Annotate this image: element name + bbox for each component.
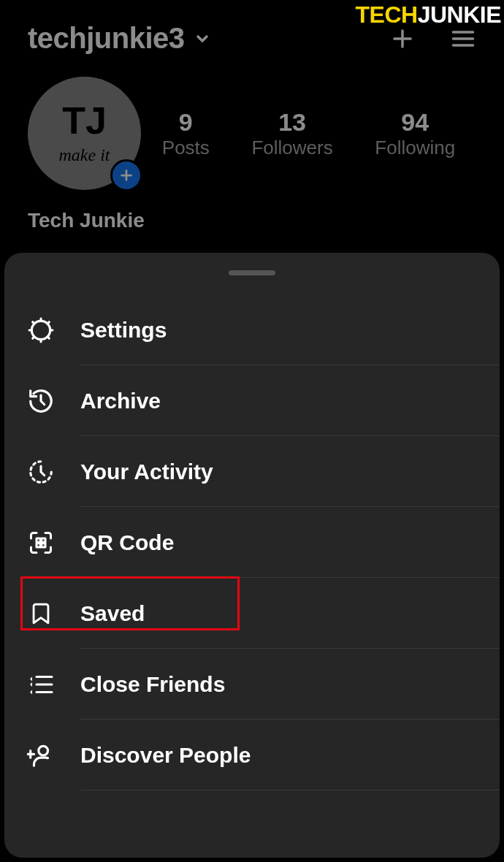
svg-point-18	[39, 746, 48, 755]
svg-rect-9	[42, 538, 45, 542]
create-post-icon[interactable]	[389, 25, 416, 53]
stats-container: 9 Posts 13 Followers 94 Following	[141, 108, 476, 159]
username-label[interactable]: techjunkie3	[28, 22, 185, 55]
stat-following[interactable]: 94 Following	[375, 108, 455, 159]
stat-posts[interactable]: 9 Posts	[162, 108, 210, 159]
menu-item-qr-code[interactable]: QR Code	[4, 507, 500, 578]
menu-label: Settings	[80, 294, 478, 365]
svg-rect-10	[37, 543, 40, 546]
menu-item-your-activity[interactable]: Your Activity	[4, 436, 500, 507]
svg-marker-12	[30, 676, 32, 681]
menu-item-discover-people[interactable]: Discover People	[4, 720, 500, 790]
svg-marker-16	[30, 690, 32, 694]
add-story-icon[interactable]	[110, 159, 142, 191]
avatar[interactable]: TJ make it	[28, 77, 141, 190]
menu-item-settings[interactable]: Settings	[4, 294, 500, 365]
sheet-grabber[interactable]	[229, 270, 275, 275]
followers-count: 13	[251, 108, 332, 137]
bookmark-icon	[26, 599, 56, 628]
activity-icon	[26, 457, 56, 487]
menu-label: Saved	[80, 578, 478, 649]
bottom-sheet: Settings Archive Your Activity QR Code S…	[4, 253, 500, 858]
svg-rect-11	[42, 543, 45, 546]
gear-icon	[26, 316, 56, 345]
menu-item-archive[interactable]: Archive	[4, 365, 500, 436]
watermark-logo: TECHJUNKIE	[356, 1, 501, 28]
close-friends-icon	[26, 670, 56, 699]
following-count: 94	[375, 108, 455, 137]
discover-people-icon	[26, 741, 56, 770]
svg-rect-8	[37, 538, 40, 542]
profile-stats-row: TJ make it 9 Posts 13 Followers 94 Follo…	[0, 55, 504, 190]
menu-label: Archive	[80, 365, 478, 436]
avatar-subtext: make it	[59, 145, 110, 165]
following-label: Following	[375, 137, 455, 159]
posts-label: Posts	[162, 137, 210, 159]
posts-count: 9	[162, 108, 210, 137]
menu-item-close-friends[interactable]: Close Friends	[4, 649, 500, 720]
watermark-part2: JUNKIE	[418, 1, 501, 28]
watermark-part1: TECH	[356, 1, 418, 28]
menu-label: QR Code	[80, 507, 478, 578]
avatar-initials: TJ	[62, 102, 107, 140]
chevron-down-icon[interactable]	[194, 30, 211, 47]
menu-item-saved[interactable]: Saved	[4, 578, 500, 649]
header-actions	[389, 25, 476, 53]
menu-label: Discover People	[80, 720, 478, 790]
svg-marker-14	[30, 682, 32, 687]
hamburger-menu-icon[interactable]	[450, 26, 476, 52]
display-name: Tech Junkie	[0, 190, 504, 232]
followers-label: Followers	[251, 137, 332, 159]
menu-label: Close Friends	[80, 649, 478, 720]
stat-followers[interactable]: 13 Followers	[251, 108, 332, 159]
archive-icon	[26, 386, 56, 416]
menu-label: Your Activity	[80, 436, 478, 507]
qr-code-icon	[26, 528, 56, 557]
